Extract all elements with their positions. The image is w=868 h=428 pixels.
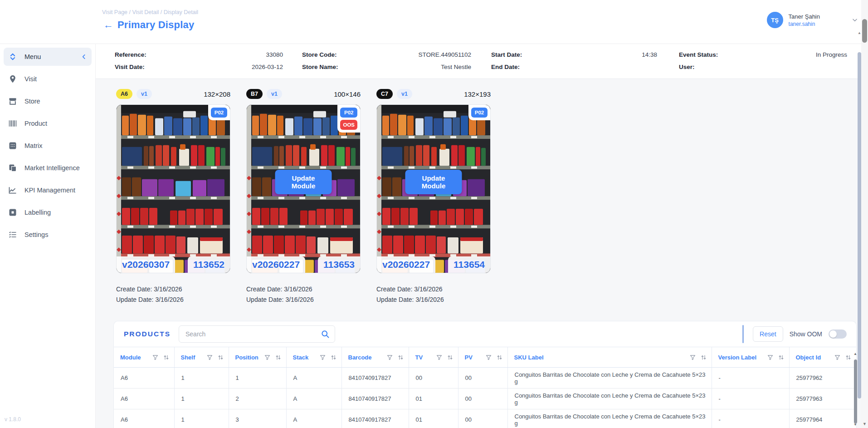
shelf-photo[interactable]: P02 v20260307 113652 bbox=[116, 104, 230, 273]
column-header-label: Barcode bbox=[348, 354, 372, 361]
table-cell-shelf: 1 bbox=[174, 368, 229, 389]
column-header-module[interactable]: Module bbox=[114, 347, 174, 368]
update-module-button[interactable]: Update Module bbox=[405, 170, 462, 194]
photo-version-label: v20260307 bbox=[117, 256, 175, 273]
column-header-label: TV bbox=[415, 354, 423, 361]
module-version-badge: v1 bbox=[137, 89, 152, 99]
filter-icon[interactable] bbox=[485, 354, 492, 361]
sidebar-item-store[interactable]: Store bbox=[4, 92, 92, 110]
app-root: Visit Page / Visit Detail / Display Deta… bbox=[0, 0, 868, 428]
column-header-shelf[interactable]: Shelf bbox=[174, 347, 229, 368]
column-header-stack[interactable]: Stack bbox=[286, 347, 341, 368]
sort-icon[interactable] bbox=[163, 354, 170, 361]
column-header-barcode[interactable]: Barcode bbox=[341, 347, 409, 368]
column-header-version-label[interactable]: Version Label bbox=[712, 347, 789, 368]
sidebar-item-visit[interactable]: Visit bbox=[4, 70, 92, 88]
table-cell-shelf: 1 bbox=[174, 409, 229, 428]
table-cell-module: A6 bbox=[114, 409, 174, 428]
filter-icon[interactable] bbox=[319, 354, 326, 361]
table-scrollbar[interactable] bbox=[854, 359, 857, 423]
sort-icon[interactable] bbox=[330, 354, 337, 361]
filter-icon[interactable] bbox=[689, 354, 696, 361]
sidebar-item-kpi-management[interactable]: KPI Management bbox=[4, 181, 92, 199]
table-cell-stack: A bbox=[286, 409, 341, 428]
show-oom-toggle[interactable] bbox=[829, 330, 847, 339]
info-field-value: 2026-03-12 bbox=[252, 64, 283, 70]
user-menu[interactable]: TŞ Taner Şahin taner.sahin bbox=[767, 12, 858, 28]
checklist-icon bbox=[8, 230, 17, 239]
table-cell-tv: 01 bbox=[409, 409, 458, 428]
filter-icon[interactable] bbox=[386, 354, 393, 361]
filter-icon[interactable] bbox=[767, 354, 774, 361]
info-field-store-code: Store Code: STORE.449051102 bbox=[290, 49, 478, 61]
table-scroll-down-arrow[interactable]: ▼ bbox=[853, 423, 857, 427]
info-bar: Reference: 33080 Store Code: STORE.44905… bbox=[96, 44, 868, 79]
oos-badge: OOS bbox=[340, 120, 357, 130]
sidebar-item-menu[interactable]: Menu bbox=[4, 48, 92, 66]
sidebar-collapse-icon[interactable] bbox=[81, 54, 87, 60]
user-username: taner.sahin bbox=[789, 21, 820, 27]
sidebar-item-product[interactable]: Product bbox=[4, 114, 92, 133]
filter-icon[interactable] bbox=[264, 354, 271, 361]
page-scroll-up-arrow[interactable]: ▲ bbox=[858, 31, 861, 35]
sort-icon[interactable] bbox=[496, 354, 503, 361]
column-header-position[interactable]: Position bbox=[229, 347, 286, 368]
table-cell-tv: 01 bbox=[409, 389, 458, 409]
sort-icon[interactable] bbox=[275, 354, 282, 361]
window-scroll-down-arrow[interactable]: ▼ bbox=[863, 422, 867, 426]
sort-icon[interactable] bbox=[778, 354, 785, 361]
column-header-label: Version Label bbox=[718, 354, 757, 361]
update-module-button[interactable]: Update Module bbox=[275, 170, 332, 194]
filter-icon[interactable] bbox=[206, 354, 213, 361]
table-cell-position: 1 bbox=[229, 368, 286, 389]
info-field-store-name: Store Name: Test Nestle bbox=[290, 61, 478, 73]
search-input[interactable] bbox=[179, 325, 335, 343]
photo-badges: P02OOS bbox=[337, 105, 360, 133]
sidebar-item-market-intelligence[interactable]: Market Intelligence bbox=[4, 159, 92, 177]
card-create-date: Create Date: 3/16/2026 bbox=[376, 284, 491, 295]
sidebar-item-labelling[interactable]: Labelling bbox=[4, 203, 92, 221]
card-update-date: Update Date: 3/16/2026 bbox=[246, 295, 361, 305]
storefront-icon bbox=[8, 97, 17, 106]
sort-icon[interactable] bbox=[397, 354, 404, 361]
window-scrollbar-track[interactable]: ▼ bbox=[861, 0, 868, 428]
table-scroll-up-arrow[interactable]: ▲ bbox=[853, 352, 857, 356]
module-code-badge: C7 bbox=[376, 89, 393, 99]
filter-icon[interactable] bbox=[834, 354, 841, 361]
search-icon[interactable] bbox=[321, 330, 330, 339]
info-field-label: Store Name: bbox=[302, 64, 338, 70]
window-scrollbar-thumb[interactable] bbox=[862, 19, 867, 43]
shelf-photo[interactable]: P02 Update Module v20260227 113654 bbox=[376, 104, 491, 273]
filter-icon[interactable] bbox=[152, 354, 159, 361]
column-header-object-id[interactable]: Object Id bbox=[789, 347, 856, 368]
display-card-a6: A6 v1 132×208 P02 v20260307 113652 Creat… bbox=[116, 88, 230, 305]
breadcrumb[interactable]: Visit Page / Visit Detail / Display Deta… bbox=[102, 9, 198, 15]
reset-button[interactable]: Reset bbox=[753, 326, 783, 342]
table-cell-object-id: 25977964 bbox=[789, 409, 856, 428]
table-cell-stack: A bbox=[286, 368, 341, 389]
shelf-photo[interactable]: P02OOS Update Module v20260227 113653 bbox=[246, 104, 361, 273]
column-header-sku-label[interactable]: SKU Label bbox=[507, 347, 712, 368]
column-header-pv[interactable]: PV bbox=[458, 347, 507, 368]
page-title: Primary Display bbox=[117, 19, 194, 31]
sort-icon[interactable] bbox=[845, 354, 852, 361]
table-cell-pv: 00 bbox=[458, 368, 507, 389]
sidebar-item-label: Menu bbox=[24, 53, 41, 60]
info-field-value: 14:38 bbox=[642, 51, 657, 58]
table-cell-sku-label: Conguitos Barritas de Chocolate con Lech… bbox=[507, 368, 712, 389]
sort-icon[interactable] bbox=[700, 354, 707, 361]
info-field-label: Reference: bbox=[115, 51, 146, 58]
sort-icon[interactable] bbox=[217, 354, 224, 361]
display-card-c7: C7 v1 132×193 P02 Update Module v2026022… bbox=[376, 88, 491, 305]
table-cell-object-id: 25977963 bbox=[789, 389, 856, 409]
sidebar-item-label: Visit bbox=[24, 75, 37, 83]
column-header-tv[interactable]: TV bbox=[409, 347, 458, 368]
map-pin-icon bbox=[8, 74, 17, 84]
filter-icon[interactable] bbox=[436, 354, 443, 361]
sidebar-item-matrix[interactable]: Matrix bbox=[4, 137, 92, 155]
module-dimensions: 132×193 bbox=[464, 90, 491, 98]
sidebar-item-settings[interactable]: Settings bbox=[4, 226, 92, 244]
back-arrow-icon[interactable]: ← bbox=[103, 20, 113, 30]
sort-icon[interactable] bbox=[447, 354, 454, 361]
page-scrollbar[interactable] bbox=[858, 52, 861, 398]
